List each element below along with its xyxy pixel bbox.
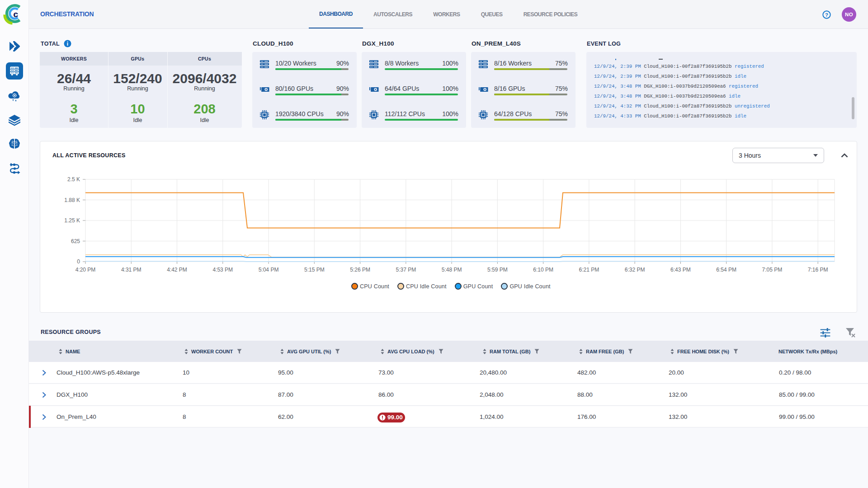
svg-text:?: ? [825, 12, 828, 18]
svg-text:5:15 PM: 5:15 PM [304, 267, 325, 273]
svg-text:6:32 PM: 6:32 PM [625, 267, 645, 273]
svg-text:4:53 PM: 4:53 PM [212, 267, 233, 273]
svg-text:6:21 PM: 6:21 PM [579, 267, 599, 273]
svg-text:0: 0 [77, 258, 80, 265]
svg-text:1.25 K: 1.25 K [64, 217, 80, 224]
svg-text:6:54 PM: 6:54 PM [716, 267, 736, 273]
svg-text:2.5 K: 2.5 K [67, 176, 80, 183]
svg-text:5:48 PM: 5:48 PM [442, 267, 462, 273]
svg-text:4:20 PM: 4:20 PM [75, 267, 96, 273]
svg-text:6:43 PM: 6:43 PM [670, 267, 691, 273]
svg-text:5:37 PM: 5:37 PM [396, 267, 416, 273]
svg-text:625: 625 [71, 238, 80, 244]
svg-text:5:04 PM: 5:04 PM [259, 267, 279, 273]
svg-text:5:26 PM: 5:26 PM [350, 267, 370, 273]
svg-text:5:59 PM: 5:59 PM [487, 267, 508, 273]
svg-text:7:16 PM: 7:16 PM [808, 267, 828, 273]
svg-text:4:42 PM: 4:42 PM [167, 267, 187, 273]
svg-text:c: c [14, 9, 19, 19]
svg-text:1.88 K: 1.88 K [64, 197, 80, 203]
svg-text:7:05 PM: 7:05 PM [762, 267, 783, 273]
svg-text:4:31 PM: 4:31 PM [121, 267, 142, 273]
svg-text:6:10 PM: 6:10 PM [533, 267, 553, 273]
